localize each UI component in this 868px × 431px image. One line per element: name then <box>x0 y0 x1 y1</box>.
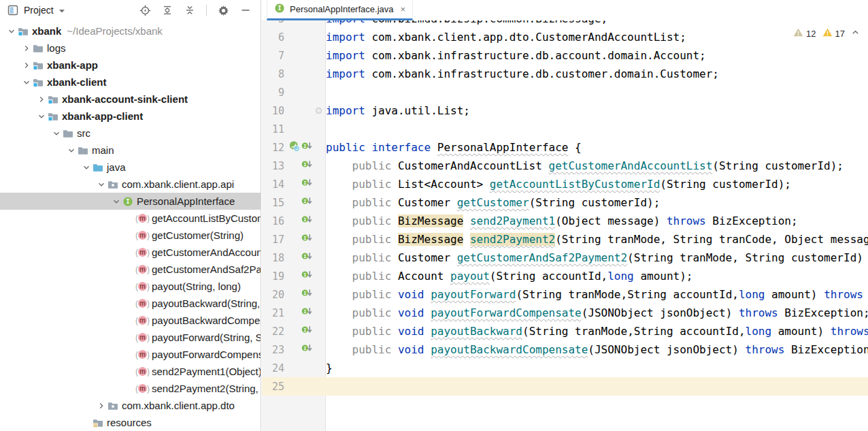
tree-item-getaccountlistbycustomerid-string[interactable]: (m)getAccountListByCustomerId(String) <box>0 210 261 227</box>
inspections-widget[interactable]: 12 17 <box>793 27 860 39</box>
chevron-right-icon[interactable] <box>20 60 32 71</box>
hide-panel-icon[interactable] <box>239 4 252 16</box>
code-line-24[interactable]: 24} <box>262 359 868 377</box>
chevron-down-icon[interactable] <box>65 145 77 156</box>
code-text[interactable]: public void payoutBackwardCompensate(JSO… <box>326 340 868 359</box>
spring-bean-icon[interactable] <box>289 141 300 155</box>
code-text[interactable]: public Account payout(String accountId,l… <box>326 267 868 285</box>
code-text[interactable]: public void payoutForwardCompensate(JSON… <box>326 304 868 322</box>
code-text[interactable]: public CustomerAndAccountList getCustome… <box>326 157 868 175</box>
tree-item-personalappinterface[interactable]: IPersonalAppInterface <box>0 193 261 210</box>
tree-item-send2payment1-object[interactable]: (m)send2Payment1(Object) <box>0 363 261 380</box>
implemented-icon[interactable]: I <box>301 343 312 356</box>
implemented-icon[interactable]: I <box>301 288 312 301</box>
code-line-17[interactable]: 17I public BizMessage send2Payment2(Stri… <box>262 230 868 249</box>
tree-item-payout-string-long[interactable]: (m)payout(String, long) <box>0 278 261 295</box>
code-line-22[interactable]: 22I public void payoutBackward(String tr… <box>262 322 868 340</box>
tree-item-getcustomerandaccountlist-string[interactable]: (m)getCustomerAndAccountList(String) <box>0 244 261 261</box>
code-line-15[interactable]: 15I public Customer getCustomer(String c… <box>262 193 868 212</box>
implemented-icon[interactable]: I <box>301 178 312 191</box>
code-line-11[interactable]: 11 <box>262 120 868 138</box>
code-line-12[interactable]: 12Ipublic interface PersonalAppInterface… <box>262 138 868 157</box>
code-text[interactable]: public void payoutBackward(String tranMo… <box>326 322 868 340</box>
chevron-right-icon[interactable] <box>35 94 47 105</box>
tree-item-xbank-app[interactable]: xbank-app <box>0 57 261 74</box>
code-text[interactable]: import com.xbank.infrastructure.db.custo… <box>326 65 868 83</box>
code-line-13[interactable]: 13I public CustomerAndAccountList getCus… <box>262 157 868 175</box>
chevron-down-icon[interactable] <box>5 26 17 37</box>
chevron-right-icon[interactable] <box>95 400 107 411</box>
code-line-6[interactable]: 6import com.xbank.client.app.dto.Custome… <box>262 28 868 46</box>
implemented-icon[interactable]: I <box>301 325 312 338</box>
dropdown-caret-icon[interactable] <box>59 4 65 16</box>
code-line-19[interactable]: 19I public Account payout(String account… <box>262 267 868 285</box>
code-line-14[interactable]: 14I public List<Account> getAccountListB… <box>262 175 868 193</box>
tree-item-payoutforwardcompensate-jsonobject[interactable]: (m)payoutForwardCompensate(JSONObject) <box>0 346 261 363</box>
code-text[interactable]: } <box>326 359 868 377</box>
tree-item-getcustomerandsaf2payment2-string-string[interactable]: (m)getCustomerAndSaf2Payment2(String, St… <box>0 261 261 278</box>
collapse-all-icon[interactable] <box>184 4 196 16</box>
tree-item-xbank-client[interactable]: xbank-client <box>0 74 261 91</box>
code-area[interactable]: 5import com.bizmda.bizsip.common.BizMess… <box>262 20 868 431</box>
expand-all-icon[interactable] <box>161 4 173 16</box>
code-line-5[interactable]: 5import com.bizmda.bizsip.common.BizMess… <box>262 20 868 28</box>
implemented-icon[interactable]: I <box>301 306 312 319</box>
chevron-down-icon[interactable] <box>20 77 32 88</box>
tree-item-payoutbackwardcompensate-jsonobject[interactable]: (m)payoutBackwardCompensate(JSONObject) <box>0 312 261 329</box>
settings-icon[interactable] <box>217 4 229 16</box>
tree-item-logs[interactable]: logs <box>0 39 261 57</box>
code-text[interactable]: public Customer getCustomer(String custo… <box>326 193 868 212</box>
fold-marker-icon[interactable] <box>312 108 324 114</box>
code-text[interactable]: public void payoutForward(String tranMod… <box>326 285 868 304</box>
chevron-down-icon[interactable] <box>50 128 62 139</box>
next-highlighted-error-chevron-icon[interactable] <box>851 28 860 39</box>
locate-icon[interactable] <box>139 4 151 16</box>
code-line-20[interactable]: 20I public void payoutForward(String tra… <box>262 285 868 304</box>
tree-item-com-xbank-client-app-api[interactable]: com.xbank.client.app.api <box>0 176 261 193</box>
code-line-23[interactable]: 23I public void payoutBackwardCompensate… <box>262 340 868 359</box>
tree-item-send2payment2-string-string-object[interactable]: (m)send2Payment2(String, String, Object) <box>0 380 261 397</box>
chevron-down-icon[interactable] <box>35 111 47 122</box>
code-text[interactable]: public List<Account> getAccountListByCus… <box>326 175 868 193</box>
tree-item-com-xbank-client-app-dto[interactable]: com.xbank.client.app.dto <box>0 397 261 414</box>
code-text[interactable]: import com.bizmda.bizsip.common.BizMessa… <box>326 20 868 28</box>
code-text[interactable]: public interface PersonalAppInterface { <box>326 138 868 157</box>
warnings-indicator[interactable]: 17 <box>822 27 845 39</box>
code-line-8[interactable]: 8import com.xbank.infrastructure.db.cust… <box>262 65 868 83</box>
code-line-7[interactable]: 7import com.xbank.infrastructure.db.acco… <box>262 46 868 65</box>
project-dropdown[interactable]: Project <box>7 4 65 16</box>
implemented-icon[interactable]: I <box>301 270 312 283</box>
code-text[interactable]: public BizMessage send2Payment2(String t… <box>326 230 868 249</box>
code-line-10[interactable]: 10import java.util.List; <box>262 101 868 120</box>
implemented-icon[interactable]: I <box>301 196 312 209</box>
chevron-right-icon[interactable] <box>20 43 32 54</box>
code-line-9[interactable]: 9 <box>262 83 868 101</box>
implemented-icon[interactable]: I <box>301 141 312 154</box>
code-text[interactable]: import com.xbank.infrastructure.db.accou… <box>326 46 868 65</box>
implemented-icon[interactable]: I <box>301 214 312 227</box>
tree-item-xbank[interactable]: xbank~/IdeaProjects/xbank <box>0 22 261 39</box>
implemented-icon[interactable]: I <box>301 159 312 172</box>
tree-item-main[interactable]: main <box>0 142 261 159</box>
tree-item-payoutbackward-string-string-long[interactable]: (m)payoutBackward(String, String, long) <box>0 295 261 312</box>
code-line-25[interactable]: 25 <box>262 377 868 396</box>
implemented-icon[interactable]: I <box>301 233 312 246</box>
tree-item-xbank-account-sink-client[interactable]: xbank-account-sink-client <box>0 91 261 108</box>
code-text[interactable]: public Customer getCustomerAndSaf2Paymen… <box>326 249 868 267</box>
code-text[interactable] <box>326 377 868 396</box>
tree-item-xbank-app-client[interactable]: xbank-app-client <box>0 108 261 125</box>
code-line-16[interactable]: 16I public BizMessage send2Payment1(Obje… <box>262 212 868 230</box>
tree-item-getcustomer-string[interactable]: (m)getCustomer(String) <box>0 227 261 244</box>
tree-item-java[interactable]: java <box>0 159 261 176</box>
weak-warnings-indicator[interactable]: 12 <box>793 27 816 39</box>
code-text[interactable] <box>326 120 868 138</box>
implemented-icon[interactable]: I <box>301 251 312 264</box>
tree-item-resources[interactable]: resources <box>0 414 261 431</box>
chevron-down-icon[interactable] <box>80 162 92 173</box>
code-text[interactable] <box>326 83 868 101</box>
tab-personalappinterface-java[interactable]: I PersonalAppInterface.java × <box>267 0 413 20</box>
code-text[interactable]: import java.util.List; <box>326 101 868 120</box>
tree-item-payoutforward-string-string-long[interactable]: (m)payoutForward(String, String, long) <box>0 329 261 346</box>
code-text[interactable]: public BizMessage send2Payment1(Object m… <box>326 212 868 230</box>
code-line-21[interactable]: 21I public void payoutForwardCompensate(… <box>262 304 868 322</box>
